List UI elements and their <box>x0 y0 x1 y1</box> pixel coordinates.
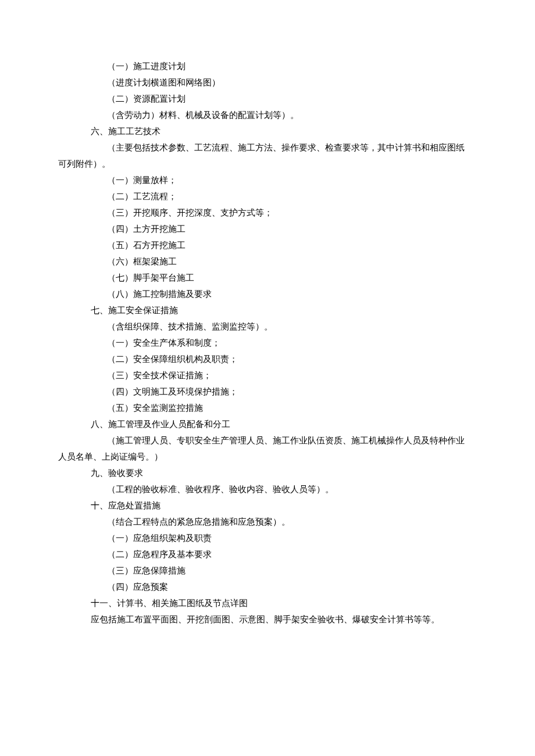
text-line: （含组织保障、技术措施、监测监控等）。 <box>58 318 477 335</box>
text-line: （四）土方开挖施工 <box>58 221 477 237</box>
text-line: （五）安全监测监控措施 <box>58 400 477 416</box>
text-line: （工程的验收标准、验收程序、验收内容、验收人员等）。 <box>58 481 477 497</box>
text-line: （含劳动力）材料、机械及设备的配置计划等）。 <box>58 107 477 123</box>
text-line: （三）安全技术保证措施； <box>58 367 477 384</box>
text-line: 人员名单、上岗证编号。） <box>58 449 477 465</box>
text-line: （三）应急保障措施 <box>58 562 477 579</box>
text-line: （三）开挖顺序、开挖深度、支护方式等； <box>58 205 477 221</box>
text-line: （四）应急预案 <box>58 579 477 595</box>
section-heading: 九、验收要求 <box>58 465 477 481</box>
text-line: （六）框架梁施工 <box>58 253 477 270</box>
section-heading: 十、应急处置措施 <box>58 497 477 514</box>
text-line: （八）施工控制措施及要求 <box>58 286 477 302</box>
text-line: （二）应急程序及基本要求 <box>58 546 477 562</box>
text-line: 应包括施工布置平面图、开挖剖面图、示意图、脚手架安全验收书、爆破安全计算书等等。 <box>58 611 477 628</box>
text-line: 可列附件）。 <box>58 156 477 172</box>
section-heading: 七、施工安全保证措施 <box>58 302 477 318</box>
text-line: （一）施工进度计划 <box>58 58 477 74</box>
text-line: （五）石方开挖施工 <box>58 237 477 253</box>
text-line: （一）测量放样； <box>58 172 477 188</box>
text-line: （四）文明施工及环境保护措施； <box>58 384 477 400</box>
section-heading: 十一、计算书、相关施工图纸及节点详图 <box>58 595 477 611</box>
text-line: （主要包括技术参数、工艺流程、施工方法、操作要求、检查要求等，其中计算书和相应图… <box>58 139 477 156</box>
document-page: （一）施工进度计划 （进度计划横道图和网络图） （二）资源配置计划 （含劳动力）… <box>0 0 535 756</box>
text-line: （一）安全生产体系和制度； <box>58 335 477 351</box>
text-line: （二）资源配置计划 <box>58 91 477 107</box>
text-line: （进度计划横道图和网络图） <box>58 74 477 91</box>
text-line: （七）脚手架平台施工 <box>58 270 477 286</box>
section-heading: 六、施工工艺技术 <box>58 123 477 139</box>
text-line: （结合工程特点的紧急应急措施和应急预案）。 <box>58 514 477 530</box>
text-line: （施工管理人员、专职安全生产管理人员、施工作业队伍资质、施工机械操作人员及特种作… <box>58 432 477 449</box>
text-line: （一）应急组织架构及职责 <box>58 530 477 546</box>
section-heading: 八、施工管理及作业人员配备和分工 <box>58 416 477 432</box>
text-line: （二）安全保障组织机构及职责； <box>58 351 477 367</box>
text-line: （二）工艺流程； <box>58 188 477 205</box>
